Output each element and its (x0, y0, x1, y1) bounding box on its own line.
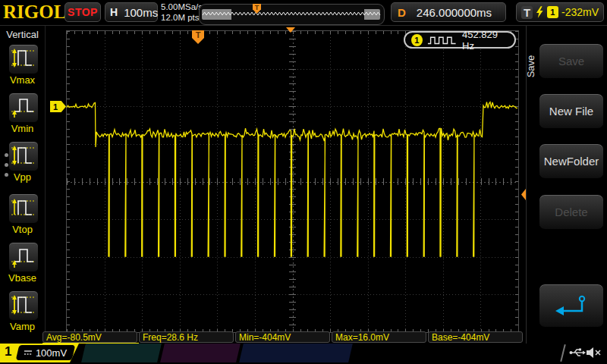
channel1-number: 1 (5, 344, 11, 359)
vbase-icon (9, 243, 36, 270)
top-status-bar: RIGOL STOP H 100ms 5.00MSa/s 12.0M pts T… (0, 0, 607, 26)
memory-preview-wave (201, 6, 381, 21)
waveform-memory-preview: T (199, 4, 385, 25)
acquisition-info: 5.00MSa/s 12.0M pts (161, 2, 203, 23)
vbase-button[interactable] (8, 242, 39, 272)
channel1-cell[interactable]: 1 100mV (0, 344, 79, 362)
horizontal-label: H (110, 6, 118, 18)
vpp-button[interactable] (8, 141, 39, 171)
delete-button[interactable]: Delete (539, 194, 604, 230)
channel-status-bar: 1 100mV 2 1.00 V 3 1.0 (0, 344, 607, 362)
vmax-icon (9, 45, 36, 72)
page-indicator-dot (5, 173, 8, 177)
rigol-logo: RIGOL (3, 2, 62, 23)
delay-box[interactable]: D 246.000000ms (391, 2, 506, 22)
dc-coupling-icon (24, 349, 33, 356)
vpp-icon (9, 142, 36, 169)
usb-icon (569, 346, 586, 359)
back-arrow-icon (552, 293, 591, 318)
status-divider (560, 344, 566, 362)
graticule-grid (66, 30, 519, 333)
memory-center-triangle (286, 27, 295, 33)
back-button[interactable] (539, 284, 604, 328)
vbase-label: Vbase (0, 272, 45, 284)
horizontal-scale-value: 100ms (124, 6, 158, 19)
freq-counter-channel-chip: 1 (411, 34, 423, 46)
new-folder-button[interactable]: NewFolder (539, 143, 604, 179)
measurement-max: Max=16.0mV (332, 331, 426, 343)
save-menu-panel: Save Save New File NewFolder Delete (526, 26, 607, 347)
frequency-counter-badge: 1 452.829 Hz (404, 31, 516, 49)
vtop-label: Vtop (0, 224, 45, 235)
measurement-avg: Avg=-80.5mV (42, 331, 137, 343)
page-indicator-dot (5, 163, 8, 167)
horizontal-scale-box[interactable]: H 100ms (105, 2, 158, 22)
trigger-level-value: -232mV (561, 6, 599, 18)
channel4-cell[interactable] (239, 344, 353, 362)
new-file-button[interactable]: New File (539, 93, 604, 129)
speaker-muted-icon[interactable] (586, 346, 602, 359)
trigger-label: T (521, 6, 533, 19)
delay-value: 246.000000ms (417, 6, 492, 19)
vtop-button[interactable] (8, 193, 39, 224)
frequency-counter-value: 452.829 Hz (462, 29, 508, 52)
oscilloscope-screen: RIGOL STOP H 100ms 5.00MSa/s 12.0M pts T… (0, 0, 607, 364)
channel3-cell[interactable] (160, 344, 241, 362)
vamp-icon (9, 291, 36, 318)
channel2-cell[interactable] (81, 344, 162, 362)
measurement-base: Base=-404mV (428, 331, 523, 343)
sample-rate: 5.00MSa/s (161, 2, 203, 12)
vamp-button[interactable] (8, 290, 39, 321)
vtop-icon (9, 194, 36, 221)
graticule-area (46, 26, 525, 343)
memory-depth: 12.0M pts (161, 12, 203, 23)
trigger-edge-icon (536, 6, 544, 18)
menu-tab-save: Save (525, 42, 537, 89)
trigger-box[interactable]: T 1 -232mV (516, 2, 604, 22)
trigger-source-chip: 1 (547, 6, 558, 18)
square-wave-icon (427, 35, 458, 45)
center-vertical-ticks (289, 31, 296, 332)
vmin-label: Vmin (0, 123, 45, 134)
measurement-min: Min=-404mV (235, 331, 330, 343)
channel1-scale: 100mV (36, 347, 67, 359)
measurement-freq: Freq=28.6 Hz (139, 331, 234, 343)
run-stop-status[interactable]: STOP (64, 2, 101, 22)
vmin-icon (9, 93, 36, 121)
left-menu-title: Vertical (0, 29, 45, 40)
vmax-button[interactable] (8, 44, 39, 74)
page-indicator-dot (5, 153, 8, 157)
save-button[interactable]: Save (539, 43, 604, 79)
vmin-button[interactable] (8, 93, 39, 123)
vertical-measure-menu: Vertical Vmax Vmin (0, 26, 46, 343)
vamp-label: Vamp (0, 321, 45, 332)
delay-label: D (398, 6, 406, 19)
vmax-label: Vmax (0, 74, 45, 86)
